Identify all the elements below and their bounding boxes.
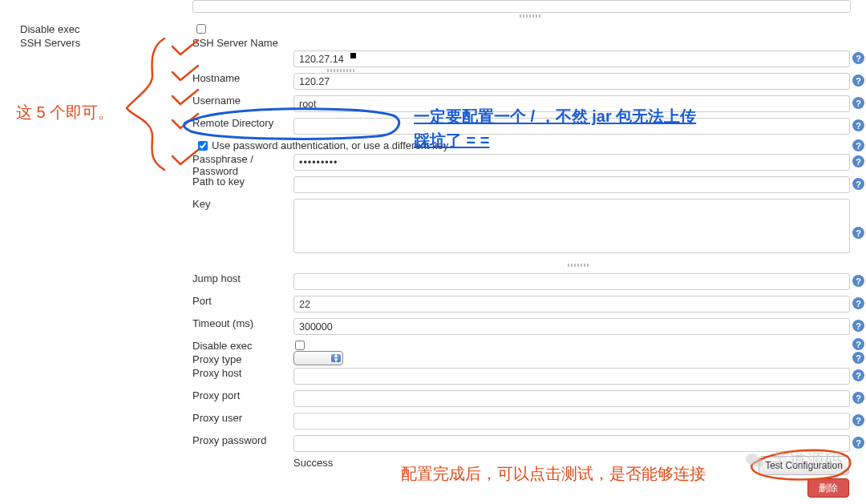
help-icon[interactable]: ? [852,227,864,239]
username-label: Username [192,95,285,107]
annotation-text-five-items: 这 5 个即可。 [16,102,114,123]
proxy-password-label: Proxy password [192,434,285,446]
help-icon[interactable]: ? [852,338,864,350]
hostname-label: Hostname [192,72,285,84]
proxy-user-field[interactable] [293,413,850,429]
passphrase-field[interactable] [293,154,850,171]
use-password-checkbox[interactable] [198,141,208,151]
remote-directory-field[interactable] [293,118,850,135]
proxy-password-field[interactable] [293,435,850,452]
help-icon[interactable]: ? [852,155,864,167]
select-arrows-icon: ▲▼ [333,353,339,363]
proxy-port-label: Proxy port [192,389,285,401]
jump-host-field[interactable] [293,273,850,290]
cursor-selection-icon [350,53,356,58]
path-to-key-label: Path to key [192,175,285,187]
help-icon[interactable]: ? [852,119,864,131]
help-icon[interactable]: ? [852,320,864,332]
inner-disable-exec-checkbox[interactable] [295,341,305,350]
status-success-text: Success [293,457,333,469]
username-field[interactable] [293,95,850,112]
hostname-field[interactable] [293,73,850,90]
help-icon[interactable]: ? [852,275,864,287]
help-icon[interactable]: ? [852,75,864,87]
proxy-type-select[interactable]: ▲▼ [293,351,343,365]
key-field[interactable] [293,199,850,253]
key-label: Key [192,198,285,210]
field-grip-icon [327,69,356,72]
remote-directory-label: Remote Directory [192,117,285,129]
proxy-port-field[interactable] [293,390,850,407]
sidebar-ssh-servers-label: SSH Servers [20,36,180,50]
help-icon[interactable]: ? [852,437,864,449]
path-to-key-field[interactable] [293,176,850,193]
proxy-type-label: Proxy type [192,353,285,365]
resize-grip-icon [520,14,542,18]
sidebar-disable-exec-label: Disable exec [20,22,180,36]
disable-exec-checkbox[interactable] [196,24,206,34]
help-icon[interactable]: ? [852,414,864,426]
port-label: Port [192,295,285,307]
inner-disable-exec-label: Disable exec [192,340,285,352]
timeout-field[interactable] [293,318,850,335]
proxy-host-field[interactable] [293,368,850,385]
help-icon[interactable]: ? [852,52,864,64]
port-field[interactable] [293,296,850,312]
help-icon[interactable]: ? [852,139,864,151]
delete-button[interactable]: 删除 [807,478,849,498]
proxy-host-label: Proxy host [192,367,285,379]
test-configuration-button[interactable]: Test Configuration [759,456,849,475]
help-icon[interactable]: ? [852,352,864,364]
help-icon[interactable]: ? [852,369,864,381]
ssh-server-name-field[interactable] [293,50,850,67]
help-icon[interactable]: ? [852,178,864,190]
unknown-top-area[interactable] [192,0,851,13]
use-password-label: Use password authentication, or use a di… [212,139,448,151]
timeout-label: Timeout (ms) [192,317,285,329]
help-icon[interactable]: ? [852,392,864,404]
ssh-server-name-label: SSH Server Name [192,37,285,49]
help-icon[interactable]: ? [852,297,864,309]
proxy-user-label: Proxy user [192,412,285,424]
passphrase-label: Passphrase / Password [192,153,290,177]
help-icon[interactable]: ? [852,97,864,109]
resize-grip-icon [568,264,590,267]
jump-host-label: Jump host [192,272,285,284]
